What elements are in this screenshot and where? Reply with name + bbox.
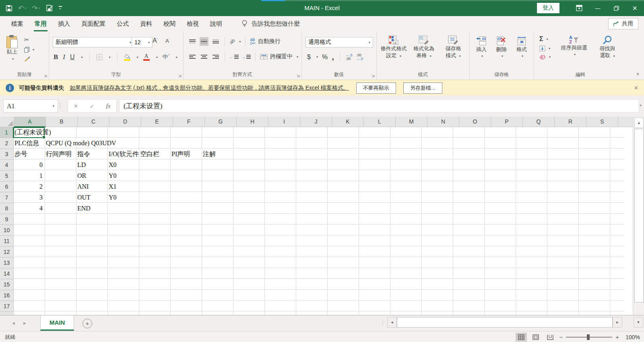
cell-R4[interactable]	[547, 160, 579, 170]
save-icon[interactable]	[6, 5, 12, 12]
cell-B7[interactable]	[45, 192, 76, 203]
formula-bar-input[interactable]: (工程未设置)	[119, 99, 639, 113]
column-header-J[interactable]: J	[300, 117, 332, 127]
cell-C15[interactable]	[76, 279, 108, 290]
cell-I8[interactable]	[265, 203, 296, 214]
cell-G3[interactable]: 注解	[202, 149, 233, 159]
cell-G15[interactable]	[202, 279, 233, 290]
cell-S6[interactable]	[579, 181, 610, 192]
cell-H7[interactable]	[233, 192, 265, 203]
cell-K4[interactable]	[328, 160, 359, 170]
cell-K2[interactable]	[328, 138, 359, 148]
insert-cells-button[interactable]: 插入 ▾	[473, 36, 490, 60]
decrease-font-icon[interactable]: Aˇ	[165, 38, 170, 44]
cell-P5[interactable]	[485, 171, 516, 181]
cell-S5[interactable]	[579, 171, 610, 181]
cell-L11[interactable]	[359, 236, 390, 246]
scroll-up-icon[interactable]: ▲	[634, 117, 644, 128]
cell-H12[interactable]	[233, 247, 265, 257]
cell-S3[interactable]	[579, 149, 610, 159]
cell-B6[interactable]	[45, 181, 76, 192]
cell-O12[interactable]	[453, 247, 485, 257]
cell-E11[interactable]	[139, 236, 171, 246]
cell-N2[interactable]	[422, 138, 453, 148]
cell-F2[interactable]	[171, 138, 202, 148]
cell-O4[interactable]	[453, 160, 485, 170]
cell-J5[interactable]	[296, 171, 328, 181]
cell-R6[interactable]	[547, 181, 579, 192]
cell-K6[interactable]	[328, 181, 359, 192]
cell-O1[interactable]	[453, 127, 485, 138]
cell-H10[interactable]	[233, 225, 265, 235]
cell-S17[interactable]	[579, 301, 610, 311]
cell-partial-11[interactable]	[610, 236, 625, 246]
cell-I2[interactable]	[265, 138, 296, 148]
cell-M16[interactable]	[390, 290, 422, 301]
tab-home[interactable]: 常用	[29, 16, 52, 31]
cell-K17[interactable]	[328, 301, 359, 311]
cell-J7[interactable]	[296, 192, 328, 203]
cell-K3[interactable]	[328, 149, 359, 159]
cell-I14[interactable]	[265, 268, 296, 279]
row-header-4[interactable]: 4	[0, 160, 14, 171]
cell-partial-3[interactable]	[610, 149, 625, 159]
cell-D10[interactable]	[108, 225, 139, 235]
cell-P1[interactable]	[485, 127, 516, 138]
cell-styles-button[interactable]: 儲存格 樣式 ▾	[439, 35, 467, 60]
cell-L9[interactable]	[359, 214, 390, 225]
cell-N15[interactable]	[422, 279, 453, 290]
cell-E18[interactable]	[139, 312, 171, 315]
cell-Q8[interactable]	[516, 203, 547, 214]
cell-F3[interactable]: PI声明	[171, 149, 202, 159]
cell-O16[interactable]	[453, 290, 485, 301]
cell-J4[interactable]	[296, 160, 328, 170]
cell-O15[interactable]	[453, 279, 485, 290]
cell-N3[interactable]	[422, 149, 453, 159]
cell-H4[interactable]	[233, 160, 265, 170]
cell-G4[interactable]	[202, 160, 233, 170]
cell-P17[interactable]	[485, 301, 516, 311]
cell-O17[interactable]	[453, 301, 485, 311]
cell-K16[interactable]	[328, 290, 359, 301]
cell-K12[interactable]	[328, 247, 359, 257]
cell-M11[interactable]	[390, 236, 422, 246]
cell-C5[interactable]: OR	[76, 171, 108, 181]
cell-L16[interactable]	[359, 290, 390, 301]
vertical-scroll-thumb[interactable]	[634, 129, 644, 303]
row-header-1[interactable]: 1	[0, 127, 14, 138]
cell-F17[interactable]	[171, 301, 202, 311]
cell-F18[interactable]	[171, 312, 202, 315]
cell-B13[interactable]	[45, 258, 76, 268]
column-header-H[interactable]: H	[237, 117, 268, 127]
row-header-17[interactable]: 17	[0, 301, 14, 312]
qat-customize-icon[interactable]: ▾	[59, 6, 62, 10]
cell-C11[interactable]	[76, 236, 108, 246]
cell-A9[interactable]	[14, 214, 45, 225]
cell-M3[interactable]	[390, 149, 422, 159]
tab-review[interactable]: 校閱	[158, 16, 181, 31]
cell-A4[interactable]: 0	[14, 160, 45, 170]
scroll-right-icon[interactable]: ►	[613, 317, 622, 328]
cell-R2[interactable]	[547, 138, 579, 148]
cell-G16[interactable]	[202, 290, 233, 301]
cell-E10[interactable]	[139, 225, 171, 235]
cell-R12[interactable]	[547, 247, 579, 257]
cell-A10[interactable]	[14, 225, 45, 235]
cell-P4[interactable]	[485, 160, 516, 170]
cell-R18[interactable]	[547, 312, 579, 315]
font-dialog-launcher[interactable]: ⇲	[178, 74, 182, 78]
row-header-11[interactable]: 11	[0, 236, 14, 247]
scroll-down-icon[interactable]: ▼	[634, 317, 643, 328]
cell-R1[interactable]	[547, 127, 579, 138]
cell-G13[interactable]	[202, 258, 233, 268]
cell-K9[interactable]	[328, 214, 359, 225]
cell-P15[interactable]	[485, 279, 516, 290]
cell-P3[interactable]	[485, 149, 516, 159]
cell-partial-9[interactable]	[610, 214, 625, 225]
cell-S7[interactable]	[579, 192, 610, 203]
scroll-left-icon[interactable]: ◄	[387, 317, 397, 328]
cell-partial-7[interactable]	[610, 192, 625, 203]
cell-H16[interactable]	[233, 290, 265, 301]
sheet-nav-prev-icon[interactable]: ◄	[11, 321, 16, 326]
cell-E3[interactable]: 空白栏	[139, 149, 171, 159]
